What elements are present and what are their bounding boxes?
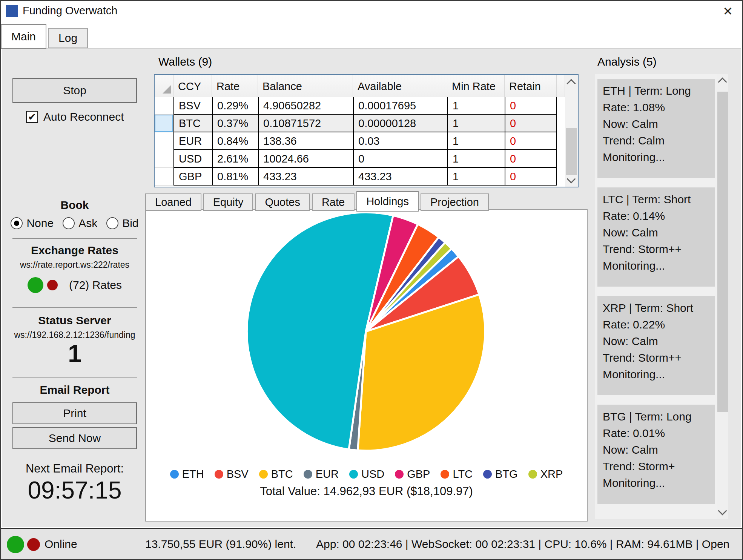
analysis-card[interactable]: BTG | Term: LongRate: 0.01%Now: CalmTren… [597, 405, 715, 504]
wallets-scrollbar[interactable] [565, 75, 578, 187]
auto-reconnect-row: ✔ Auto Reconnect [26, 110, 124, 123]
tab-main[interactable]: Main [1, 24, 46, 49]
wallet-cell-btc-ccy[interactable]: BTC [173, 115, 212, 132]
analysis-card-header: LTC | Term: Short [603, 191, 710, 208]
wallet-cell-btc-rate[interactable]: 0.37% [212, 115, 258, 132]
analysis-scrollbar[interactable] [717, 74, 728, 519]
legend-item-eth: ETH [170, 468, 204, 480]
wallet-cell-bsv-min_rate[interactable]: 1 [447, 97, 505, 115]
column-header-rate[interactable]: Rate [212, 75, 258, 97]
print-button[interactable]: Print [12, 402, 137, 424]
row-filler [557, 115, 565, 132]
radio-label: Bid [122, 217, 138, 230]
wallet-cell-gbp-available[interactable]: 433.23 [353, 168, 447, 186]
auto-reconnect-checkbox[interactable]: ✔ [26, 111, 38, 123]
wallet-cell-btc-min_rate[interactable]: 1 [447, 115, 505, 132]
legend-item-btg: BTG [483, 468, 518, 480]
radio-icon[interactable] [106, 217, 118, 229]
analysis-card-trend: Trend: Calm [603, 132, 710, 149]
tab-holdings[interactable]: Holdings [356, 191, 419, 212]
analysis-card-trend: Trend: Storm++ [603, 350, 710, 366]
row-selector[interactable] [155, 168, 173, 186]
scroll-down-icon[interactable] [566, 174, 576, 183]
analysis-card-now: Now: Calm [603, 224, 710, 241]
wallet-cell-usd-min_rate[interactable]: 1 [447, 150, 505, 168]
wallet-cell-eur-retain[interactable]: 0 [505, 132, 557, 150]
row-selector[interactable] [155, 97, 173, 115]
column-header-balance[interactable]: Balance [258, 75, 353, 97]
column-header-available[interactable]: Available [353, 75, 447, 97]
wallet-cell-usd-retain[interactable]: 0 [505, 150, 557, 168]
tab-equity[interactable]: Equity [203, 193, 253, 211]
book-radio-group: NoneAskBid [12, 217, 137, 230]
wallet-cell-eur-rate[interactable]: 0.84% [212, 132, 258, 150]
radio-icon[interactable] [11, 217, 23, 229]
status-bar: Online 13.750,55 EUR (91.90%) lent. App:… [0, 528, 743, 560]
tab-quotes[interactable]: Quotes [255, 193, 310, 211]
wallet-cell-bsv-rate[interactable]: 0.29% [212, 97, 258, 115]
wallet-cell-bsv-balance[interactable]: 4.90650282 [258, 97, 353, 115]
tab-loaned[interactable]: Loaned [145, 193, 201, 211]
legend-dot-icon [528, 470, 537, 479]
app-icon [6, 5, 18, 17]
wallet-cell-eur-min_rate[interactable]: 1 [447, 132, 505, 150]
wallet-cell-btc-available[interactable]: 0.00000128 [353, 115, 447, 132]
book-option-ask[interactable]: Ask [63, 217, 97, 230]
radio-icon[interactable] [63, 217, 75, 229]
wallet-cell-btc-balance[interactable]: 0.10871572 [258, 115, 353, 132]
legend-dot-icon [170, 470, 179, 479]
legend-label: XRP [540, 468, 563, 480]
analysis-card[interactable]: XRP | Term: ShortRate: 0.22%Now: CalmTre… [597, 296, 715, 395]
analysis-card[interactable]: ETH | Term: LongRate: 1.08%Now: CalmTren… [597, 79, 715, 178]
scrollbar-thumb[interactable] [566, 128, 577, 175]
wallet-cell-eur-balance[interactable]: 138.36 [258, 132, 353, 150]
status-server-url: ws://192.168.2.12:1236/funding [12, 330, 137, 340]
column-header-ccy[interactable]: CCY [173, 75, 212, 97]
wallet-cell-usd-rate[interactable]: 2.61% [212, 150, 258, 168]
wallet-cell-gbp-ccy[interactable]: GBP [173, 168, 212, 186]
tab-rate[interactable]: Rate [312, 193, 355, 211]
wallet-cell-usd-ccy[interactable]: USD [173, 150, 212, 168]
wallet-cell-btc-retain[interactable]: 0 [505, 115, 557, 132]
book-option-bid[interactable]: Bid [106, 217, 138, 230]
wallet-cell-bsv-ccy[interactable]: BSV [173, 97, 212, 115]
legend-dot-icon [304, 470, 312, 479]
select-all-header[interactable] [155, 75, 173, 97]
radio-label: None [26, 217, 54, 230]
wallet-cell-gbp-min_rate[interactable]: 1 [447, 168, 505, 186]
wallet-cell-gbp-retain[interactable]: 0 [505, 168, 557, 186]
scrollbar-thumb[interactable] [717, 92, 728, 412]
tab-projection[interactable]: Projection [421, 193, 489, 211]
scroll-up-icon[interactable] [718, 77, 727, 86]
send-now-button[interactable]: Send Now [12, 427, 137, 449]
legend-dot-icon [483, 470, 492, 479]
wallet-cell-bsv-retain[interactable]: 0 [505, 97, 557, 115]
column-header-filler [557, 75, 565, 97]
book-title: Book [12, 199, 137, 212]
legend-item-usd: USD [349, 468, 384, 480]
stop-button[interactable]: Stop [12, 78, 137, 103]
column-header-min-rate[interactable]: Min Rate [447, 75, 505, 97]
row-selector[interactable] [155, 132, 173, 150]
analysis-card[interactable]: LTC | Term: ShortRate: 0.14%Now: CalmTre… [597, 187, 715, 287]
analysis-title: Analysis (5) [597, 55, 657, 68]
column-header-retain[interactable]: Retain [505, 75, 557, 97]
scroll-up-icon[interactable] [566, 79, 576, 88]
row-selector[interactable] [155, 115, 173, 132]
close-icon[interactable]: ✕ [720, 3, 736, 20]
wallet-cell-eur-ccy[interactable]: EUR [173, 132, 212, 150]
wallet-cell-gbp-balance[interactable]: 433.23 [258, 168, 353, 186]
tab-log[interactable]: Log [48, 28, 88, 48]
scroll-down-icon[interactable] [718, 506, 727, 515]
book-option-none[interactable]: None [11, 217, 54, 230]
wallet-cell-usd-balance[interactable]: 10024.66 [258, 150, 353, 168]
analysis-card-rate: Rate: 0.01% [603, 425, 710, 442]
row-selector[interactable] [155, 150, 173, 168]
legend-item-gbp: GBP [395, 468, 430, 480]
wallet-cell-usd-available[interactable]: 0 [353, 150, 447, 168]
wallet-cell-eur-available[interactable]: 0.03 [353, 132, 447, 150]
wallet-cell-gbp-rate[interactable]: 0.81% [212, 168, 258, 186]
radio-dot [14, 221, 19, 226]
analysis-card-trend: Trend: Storm+ [603, 458, 710, 475]
wallet-cell-bsv-available[interactable]: 0.00017695 [353, 97, 447, 115]
